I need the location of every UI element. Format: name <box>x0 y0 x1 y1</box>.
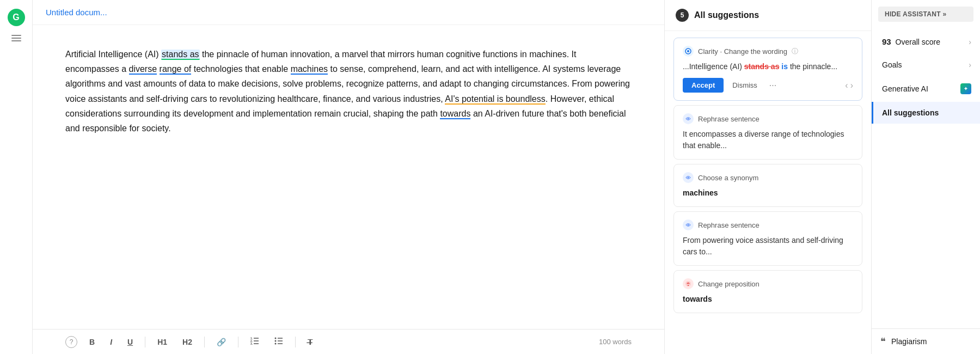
suggestions-header: 5 All suggestions <box>665 0 871 31</box>
prev-arrow[interactable]: ‹ <box>845 81 848 90</box>
editor-paragraph: Artificial Intelligence (AI) stands as t… <box>65 47 632 136</box>
ordered-list-button[interactable]: 1.2.3. <box>247 335 262 349</box>
goals-item[interactable]: Goals › <box>872 54 980 76</box>
suggestions-panel: 5 All suggestions Clarity · Change the w… <box>664 0 871 354</box>
preposition-type-row: Change preposition <box>683 278 853 289</box>
highlighted-word: stands as <box>161 50 199 60</box>
suggestion-card-rephrase-1[interactable]: Rephrase sentence It encompasses a diver… <box>673 105 862 160</box>
grammarly-logo[interactable]: G <box>8 9 25 26</box>
underlined-phrase-2: range of <box>160 64 192 75</box>
preposition-preview: towards <box>683 294 853 305</box>
bold-button[interactable]: B <box>86 335 98 349</box>
divider-4 <box>295 337 296 347</box>
divider-2 <box>204 337 205 347</box>
link-button[interactable]: 🔗 <box>213 335 229 349</box>
preposition-label: Change preposition <box>698 280 759 288</box>
synonym-keyword: machines <box>683 188 718 197</box>
plagiarism-icon: ❝ <box>880 335 886 347</box>
right-panel: HIDE ASSISTANT » 93 Overall score › Goal… <box>871 0 980 354</box>
rephrase-label-2: Rephrase sentence <box>698 221 759 229</box>
editor-content[interactable]: Artificial Intelligence (AI) stands as t… <box>33 25 664 329</box>
h2-button[interactable]: H2 <box>179 335 195 349</box>
preposition-keyword: towards <box>683 295 712 303</box>
clarity-label: Clarity · Change the wording <box>698 47 787 56</box>
rephrase-label-1: Rephrase sentence <box>698 115 759 123</box>
rephrase-preview-1: It encompasses a diverse range of techno… <box>683 129 853 151</box>
svg-point-9 <box>274 338 276 339</box>
rephrase-icon-1 <box>683 113 694 124</box>
h1-button[interactable]: H1 <box>154 335 170 349</box>
accept-button[interactable]: Accept <box>683 78 724 93</box>
generative-ai-label: Generative AI <box>882 84 928 93</box>
next-arrow[interactable]: › <box>850 81 853 90</box>
left-toolbar: G <box>0 0 33 354</box>
nav-arrows: ‹ › <box>845 81 853 90</box>
suggestion-type-row: Clarity · Change the wording ⓘ <box>683 46 853 57</box>
replacement-text: is <box>781 62 788 71</box>
underlined-potential: AI's potential is boundless <box>445 94 546 105</box>
suggestions-list: Clarity · Change the wording ⓘ ...Intell… <box>665 31 871 354</box>
rephrase-preview-2: From powering voice assistants and self-… <box>683 235 853 258</box>
bottom-toolbar: ? B I U H1 H2 🔗 1.2.3. T̶ 100 words <box>33 329 664 354</box>
dismiss-button[interactable]: Dismiss <box>728 78 762 93</box>
svg-point-18 <box>688 285 689 286</box>
clear-format-button[interactable]: T̶ <box>304 335 316 349</box>
info-icon[interactable]: ⓘ <box>792 47 798 56</box>
score-value: 93 Overall score <box>882 37 940 46</box>
underlined-phrase-1: diverse <box>129 64 157 75</box>
all-suggestions-item[interactable]: All suggestions <box>872 102 980 124</box>
underlined-machines: machines <box>291 64 328 75</box>
right-panel-items: 93 Overall score › Goals › Generative AI… <box>872 28 980 126</box>
suggestion-card-preposition[interactable]: Change preposition towards <box>673 270 862 313</box>
suggestion-card-clarity[interactable]: Clarity · Change the wording ⓘ ...Intell… <box>673 38 862 101</box>
suggestion-actions: Accept Dismiss ··· ‹ › <box>683 78 853 93</box>
doc-title: Untitled docum... <box>33 0 664 25</box>
strikethrough-text: stands as <box>744 62 780 71</box>
help-icon[interactable]: ? <box>65 336 77 348</box>
menu-icon[interactable] <box>9 33 23 44</box>
goals-label: Goals <box>882 60 902 69</box>
rephrase-type-row-1: Rephrase sentence <box>683 113 853 124</box>
suggestion-card-rephrase-2[interactable]: Rephrase sentence From powering voice as… <box>673 211 862 266</box>
suggestions-badge: 5 <box>676 9 689 22</box>
underline-button[interactable]: U <box>124 335 136 349</box>
rephrase-icon-2 <box>683 219 694 230</box>
all-suggestions-label: All suggestions <box>882 108 939 117</box>
gen-ai-icon: ✦ <box>960 83 971 94</box>
plagiarism-item[interactable]: ❝ Plagiarism <box>872 328 980 354</box>
generative-ai-item[interactable]: Generative AI ✦ <box>872 77 980 101</box>
plagiarism-label: Plagiarism <box>891 337 927 346</box>
chevron-right-goals: › <box>969 60 971 69</box>
synonym-type-row: Choose a synonym <box>683 172 853 183</box>
hide-assistant-button[interactable]: HIDE ASSISTANT » <box>878 7 973 22</box>
divider-1 <box>145 337 145 347</box>
divider-3 <box>238 337 238 347</box>
italic-button[interactable]: I <box>107 335 115 349</box>
more-button[interactable]: ··· <box>766 78 780 93</box>
preposition-icon <box>683 278 694 289</box>
editor-area: Untitled docum... Artificial Intelligenc… <box>33 0 664 354</box>
svg-point-16 <box>688 224 689 226</box>
underlined-towards: towards <box>440 109 470 119</box>
svg-text:3.: 3. <box>250 342 253 345</box>
svg-point-14 <box>688 118 689 120</box>
synonym-icon <box>683 172 694 183</box>
suggestion-card-synonym[interactable]: Choose a synonym machines <box>673 164 862 207</box>
chevron-right-score: › <box>969 38 971 46</box>
clarity-icon <box>683 46 694 57</box>
word-count: 100 words <box>599 338 632 346</box>
suggestions-title: All suggestions <box>694 10 759 20</box>
overall-score-item[interactable]: 93 Overall score › <box>872 30 980 53</box>
unordered-list-button[interactable] <box>271 335 286 349</box>
svg-point-15 <box>688 177 689 179</box>
svg-point-10 <box>274 340 276 342</box>
clarity-preview: ...Intelligence (AI) stands as is the pi… <box>683 61 853 72</box>
svg-point-11 <box>274 343 276 345</box>
synonym-label: Choose a synonym <box>698 174 758 182</box>
rephrase-type-row-2: Rephrase sentence <box>683 219 853 230</box>
svg-point-13 <box>687 50 689 52</box>
synonym-preview: machines <box>683 187 853 199</box>
